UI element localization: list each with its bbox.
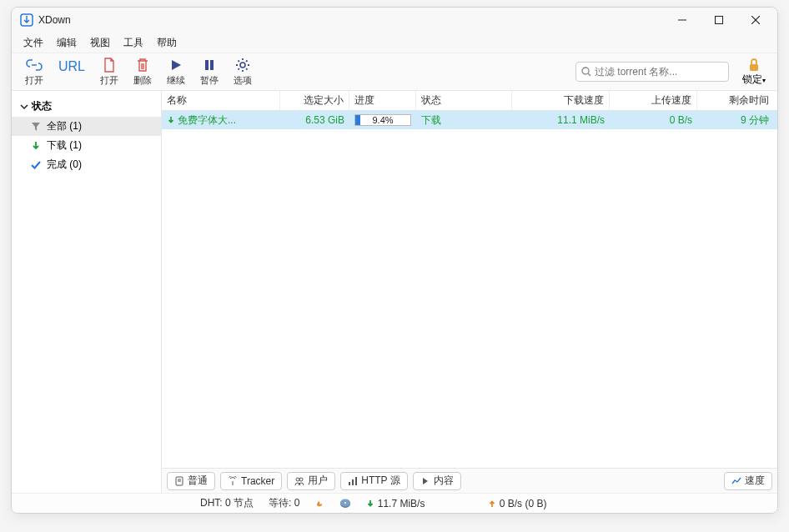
progress-bar: 9.4% bbox=[354, 114, 411, 126]
toolbar-lock-label: 锁定▾ bbox=[742, 73, 766, 87]
search-input[interactable] bbox=[595, 66, 723, 78]
col-status[interactable]: 状态 bbox=[416, 91, 512, 110]
toolbar-lock[interactable]: 锁定▾ bbox=[737, 56, 771, 88]
download-icon bbox=[167, 116, 175, 124]
cell-dlspeed: 11.1 MiB/s bbox=[512, 114, 610, 126]
toolbar-open-file-label: 打开 bbox=[100, 74, 118, 87]
sidebar-header[interactable]: 状态 bbox=[12, 98, 161, 117]
toolbar-resume-label: 继续 bbox=[167, 74, 185, 87]
disk-icon bbox=[339, 499, 351, 509]
col-eta[interactable]: 剩余时间 bbox=[697, 91, 777, 110]
svg-marker-5 bbox=[172, 60, 181, 70]
svg-rect-2 bbox=[716, 17, 723, 24]
tab-general[interactable]: 普通 bbox=[167, 472, 215, 490]
bars-icon bbox=[348, 476, 358, 486]
url-icon: URL bbox=[58, 58, 85, 75]
chevron-down-icon bbox=[20, 103, 28, 111]
table-header: 名称 选定大小 进度 状态 下载速度 上传速度 剩余时间 bbox=[162, 91, 777, 111]
toolbar-open-file[interactable]: 打开 bbox=[93, 55, 125, 88]
play-icon bbox=[169, 57, 183, 73]
maximize-button[interactable] bbox=[701, 8, 737, 33]
toolbar-resume[interactable]: 继续 bbox=[160, 55, 192, 88]
svg-rect-20 bbox=[355, 477, 357, 485]
svg-rect-18 bbox=[349, 482, 350, 485]
main: 名称 选定大小 进度 状态 下载速度 上传速度 剩余时间 免费字体大... 6.… bbox=[162, 91, 777, 493]
toolbar-options[interactable]: 选项 bbox=[227, 55, 259, 88]
tab-content[interactable]: 内容 bbox=[413, 472, 461, 490]
menu-file[interactable]: 文件 bbox=[17, 33, 50, 53]
cell-name: 免费字体大... bbox=[162, 113, 280, 128]
cell-progress: 9.4% bbox=[349, 114, 416, 126]
toolbar-delete[interactable]: 删除 bbox=[127, 55, 158, 88]
table-row[interactable]: 免费字体大... 6.53 GiB 9.4% 下载 11.1 MiB/s 0 B… bbox=[162, 111, 777, 129]
arrow-right-icon bbox=[420, 476, 430, 486]
col-dlspeed[interactable]: 下载速度 bbox=[512, 91, 610, 110]
cell-status: 下载 bbox=[416, 113, 512, 128]
svg-marker-12 bbox=[32, 123, 40, 131]
svg-point-17 bbox=[299, 478, 303, 481]
toolbar-delete-label: 删除 bbox=[133, 74, 152, 87]
file-icon bbox=[103, 57, 116, 73]
body: 状态 全部 (1) 下载 (1) 完成 (0) 名称 选定大小 进度 状态 bbox=[12, 91, 777, 493]
svg-rect-11 bbox=[750, 64, 758, 71]
close-button[interactable] bbox=[737, 8, 774, 33]
antenna-icon bbox=[228, 476, 238, 486]
minimize-button[interactable] bbox=[664, 8, 701, 33]
toolbar-url[interactable]: URL . bbox=[52, 57, 92, 88]
cell-eta: 9 分钟 bbox=[697, 113, 777, 128]
users-icon bbox=[294, 476, 304, 486]
trash-icon bbox=[136, 57, 149, 73]
sidebar-item-completed[interactable]: 完成 (0) bbox=[12, 155, 161, 174]
menu-edit[interactable]: 编辑 bbox=[50, 33, 83, 53]
svg-point-24 bbox=[344, 502, 346, 504]
svg-point-8 bbox=[240, 63, 245, 68]
tab-tracker[interactable]: Tracker bbox=[220, 472, 282, 490]
flame-icon bbox=[314, 499, 324, 509]
col-progress[interactable]: 进度 bbox=[349, 91, 416, 110]
detail-tabbar: 普通 Tracker 用户 HTTP 源 内容 bbox=[162, 468, 777, 493]
pause-icon bbox=[203, 57, 216, 73]
menu-tools[interactable]: 工具 bbox=[117, 33, 150, 53]
tab-users[interactable]: 用户 bbox=[287, 472, 335, 490]
col-ulspeed[interactable]: 上传速度 bbox=[610, 91, 697, 110]
sidebar-item-downloading[interactable]: 下载 (1) bbox=[12, 136, 161, 155]
sidebar-item-label: 下载 (1) bbox=[47, 138, 82, 153]
app-icon bbox=[20, 13, 33, 27]
tab-http[interactable]: HTTP 源 bbox=[340, 472, 407, 490]
menubar: 文件 编辑 视图 工具 帮助 bbox=[12, 33, 777, 53]
menu-view[interactable]: 视图 bbox=[83, 33, 117, 53]
gear-icon bbox=[235, 57, 250, 73]
sidebar-item-label: 全部 (1) bbox=[47, 119, 82, 133]
svg-rect-6 bbox=[205, 60, 209, 70]
chart-icon bbox=[731, 476, 741, 486]
status-waiting: 等待: 0 bbox=[269, 496, 299, 510]
toolbar-open-link-label: 打开 bbox=[25, 74, 43, 87]
status-dlspeed: 11.7 MiB/s bbox=[366, 498, 425, 509]
sidebar-item-all[interactable]: 全部 (1) bbox=[12, 117, 161, 136]
svg-point-9 bbox=[582, 68, 589, 74]
tab-speed[interactable]: 速度 bbox=[724, 472, 772, 490]
svg-point-16 bbox=[296, 478, 299, 481]
svg-rect-19 bbox=[352, 479, 354, 485]
svg-rect-7 bbox=[210, 60, 214, 70]
col-name[interactable]: 名称 bbox=[162, 91, 280, 110]
toolbar-pause[interactable]: 暂停 bbox=[193, 55, 225, 88]
search-box[interactable] bbox=[575, 62, 729, 82]
status-dht: DHT: 0 节点 bbox=[200, 496, 254, 510]
lock-icon bbox=[746, 58, 761, 73]
toolbar-pause-label: 暂停 bbox=[200, 74, 219, 87]
app-window: XDown 文件 编辑 视图 工具 帮助 打开 URL . 打开 删除 bbox=[11, 7, 778, 514]
sidebar-item-label: 完成 (0) bbox=[47, 158, 82, 172]
menu-help[interactable]: 帮助 bbox=[150, 33, 183, 53]
statusbar: DHT: 0 节点 等待: 0 11.7 MiB/s 0 B/s (0 B) bbox=[12, 493, 777, 513]
toolbar-open-link[interactable]: 打开 bbox=[18, 55, 50, 88]
col-size[interactable]: 选定大小 bbox=[280, 91, 349, 110]
titlebar: XDown bbox=[12, 8, 777, 33]
status-ulspeed: 0 B/s (0 B) bbox=[488, 498, 546, 509]
cell-ulspeed: 0 B/s bbox=[610, 114, 697, 126]
svg-marker-21 bbox=[423, 478, 428, 484]
toolbar-options-label: 选项 bbox=[234, 74, 252, 87]
sidebar: 状态 全部 (1) 下载 (1) 完成 (0) bbox=[12, 91, 162, 493]
document-icon bbox=[174, 476, 184, 486]
toolbar: 打开 URL . 打开 删除 继续 暂停 选项 bbox=[12, 53, 777, 91]
